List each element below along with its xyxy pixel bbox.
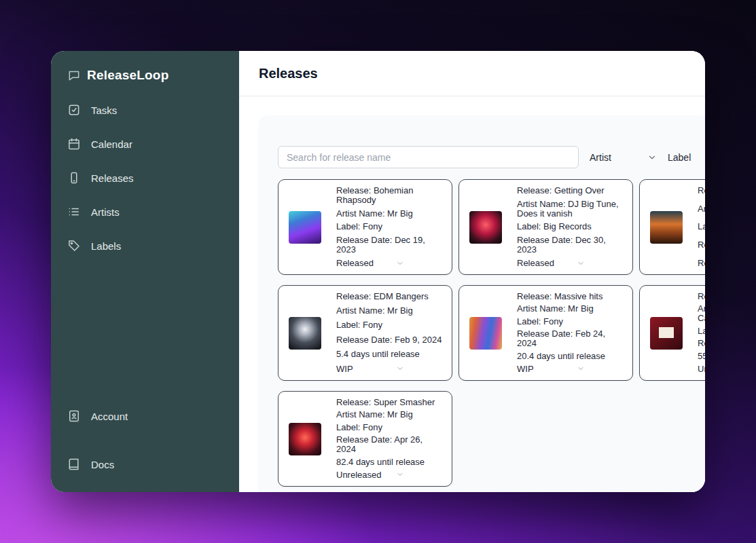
sidebar-item-calendar[interactable]: Calendar <box>51 127 239 161</box>
release-title: Release: <box>698 186 705 195</box>
release-title: Release: Getting Over <box>517 186 624 195</box>
sidebar-item-label: Tasks <box>91 105 117 116</box>
release-status-value: WIP <box>517 364 534 374</box>
quote-card-artwork <box>650 317 683 350</box>
release-card: Release:Artist Name:Label:Release Date:R… <box>639 179 705 275</box>
release-artist: Artist Name: <box>698 204 705 214</box>
chevron-down-icon <box>577 364 585 373</box>
artist-filter-dropdown[interactable]: Artist <box>590 152 657 163</box>
sidebar-item-label: Docs <box>91 459 114 470</box>
release-status-select[interactable]: Unreleased <box>698 364 705 374</box>
account-icon <box>67 409 81 423</box>
release-card-body: Release: Getting OverArtist Name: DJ Big… <box>517 186 624 268</box>
sidebar-item-account[interactable]: Account <box>51 399 239 433</box>
sidebar-item-label: Releases <box>91 172 134 184</box>
release-label: Label: Fony <box>336 423 444 432</box>
search-input[interactable] <box>278 146 579 168</box>
release-artist: Artist Name: Mr Big <box>336 410 444 419</box>
app-window: ReleaseLoop TasksCalendarReleasesArtists… <box>51 51 705 492</box>
sidebar: ReleaseLoop TasksCalendarReleasesArtists… <box>51 51 239 492</box>
release-label: Label: <box>698 222 705 231</box>
release-date: Release Date: <box>698 240 705 250</box>
release-title: Release: Super Smasher <box>336 398 444 407</box>
release-date: Release Date: <box>698 339 705 348</box>
release-title: Release: <box>698 292 705 301</box>
release-status-select[interactable]: WIP <box>336 364 404 374</box>
artists-icon <box>67 205 81 219</box>
sidebar-item-tasks[interactable]: Tasks <box>51 93 239 127</box>
release-label: Label: <box>698 326 705 336</box>
release-card: Release: Bohemian RhapsodyArtist Name: M… <box>278 179 452 275</box>
releaseloop-logo-icon <box>67 69 81 82</box>
artist-filter-label: Artist <box>590 152 611 163</box>
release-card: Release: Getting OverArtist Name: DJ Big… <box>458 179 633 275</box>
release-status-value: WIP <box>336 364 353 374</box>
neon-city-artwork <box>289 211 321 244</box>
sidebar-footer-nav: AccountDocs <box>51 399 239 483</box>
release-card-body: Release:Artist Name: CaLabel:Release Dat… <box>698 292 705 374</box>
release-status-select[interactable]: Released <box>698 258 705 268</box>
sidebar-item-releases[interactable]: Releases <box>51 161 239 195</box>
release-status-select[interactable]: Released <box>517 258 585 268</box>
content-panel: Artist Label Release: Bohemian RhapsodyA… <box>258 115 705 492</box>
release-date: Release Date: Apr 26, 2024 <box>336 435 444 454</box>
release-artist: Artist Name: Ca <box>698 304 705 323</box>
page-title: Releases <box>259 66 318 81</box>
release-status-value: Unreleased <box>698 364 705 374</box>
release-date: Release Date: Dec 19, 2023 <box>336 236 444 255</box>
chevron-down-icon <box>396 259 404 267</box>
release-status-value: Released <box>336 258 374 268</box>
release-status-value: Unreleased <box>336 470 382 480</box>
page-header: Releases <box>239 51 705 96</box>
release-card-body: Release: EDM BangersArtist Name: Mr BigL… <box>336 292 444 374</box>
release-artist: Artist Name: Mr Big <box>517 304 624 314</box>
release-artist: Artist Name: Mr Big <box>336 209 444 219</box>
city-lights-artwork <box>469 317 502 350</box>
helmet-artwork <box>289 317 321 350</box>
release-days-until: 55 <box>698 352 705 361</box>
release-status-select[interactable]: Released <box>336 258 404 268</box>
app-name: ReleaseLoop <box>87 68 168 83</box>
release-card-body: Release: Bohemian RhapsodyArtist Name: M… <box>336 186 444 268</box>
release-card-body: Release:Artist Name:Label:Release Date:R… <box>698 186 705 268</box>
release-status-select[interactable]: WIP <box>517 364 585 374</box>
label-filter-label: Label <box>668 152 691 163</box>
sidebar-item-label: Labels <box>91 240 121 252</box>
release-label: Label: Big Records <box>517 222 624 231</box>
docs-icon <box>67 457 81 471</box>
orange-bar-artwork <box>650 211 683 244</box>
release-status-value: Released <box>517 258 554 268</box>
release-artist: Artist Name: Mr Big <box>336 306 444 316</box>
release-card: Release: Massive hitsArtist Name: Mr Big… <box>458 285 633 381</box>
red-glow-mask-artwork <box>289 423 321 455</box>
sidebar-nav: TasksCalendarReleasesArtistsLabels <box>51 93 239 263</box>
chevron-down-icon <box>396 364 404 373</box>
chevron-down-icon <box>647 153 657 162</box>
release-card: Release:Artist Name: CaLabel:Release Dat… <box>639 285 705 381</box>
release-title: Release: Massive hits <box>517 292 624 301</box>
release-title: Release: Bohemian Rhapsody <box>336 186 444 205</box>
release-status-select[interactable]: Unreleased <box>336 470 404 480</box>
release-days-until: 5.4 days until release <box>336 350 444 359</box>
release-date: Release Date: Feb 24, 2024 <box>517 329 624 348</box>
sidebar-item-artists[interactable]: Artists <box>51 195 239 229</box>
release-card-body: Release: Super SmasherArtist Name: Mr Bi… <box>336 398 444 480</box>
page-background: { "app": { "name": "ReleaseLoop" }, "sid… <box>0 0 756 543</box>
release-date: Release Date: Dec 30, 2023 <box>517 236 624 255</box>
calendar-icon <box>67 137 81 151</box>
red-mask-artwork <box>469 211 502 244</box>
sidebar-item-label: Calendar <box>91 138 132 150</box>
sidebar-item-labels[interactable]: Labels <box>51 229 239 263</box>
release-cards-grid: Release: Bohemian RhapsodyArtist Name: M… <box>278 179 705 487</box>
release-label: Label: Fony <box>336 222 444 231</box>
sidebar-item-label: Account <box>91 411 128 422</box>
release-status-value: Released <box>698 258 705 268</box>
release-date: Release Date: Feb 9, 2024 <box>336 335 444 345</box>
sidebar-item-docs[interactable]: Docs <box>51 447 239 481</box>
tasks-icon <box>67 103 81 117</box>
release-label: Label: Fony <box>336 320 444 330</box>
release-card-body: Release: Massive hitsArtist Name: Mr Big… <box>517 292 624 374</box>
label-filter-dropdown[interactable]: Label <box>668 152 705 163</box>
filters-row: Artist Label <box>278 146 705 168</box>
app-logo: ReleaseLoop <box>51 66 239 85</box>
